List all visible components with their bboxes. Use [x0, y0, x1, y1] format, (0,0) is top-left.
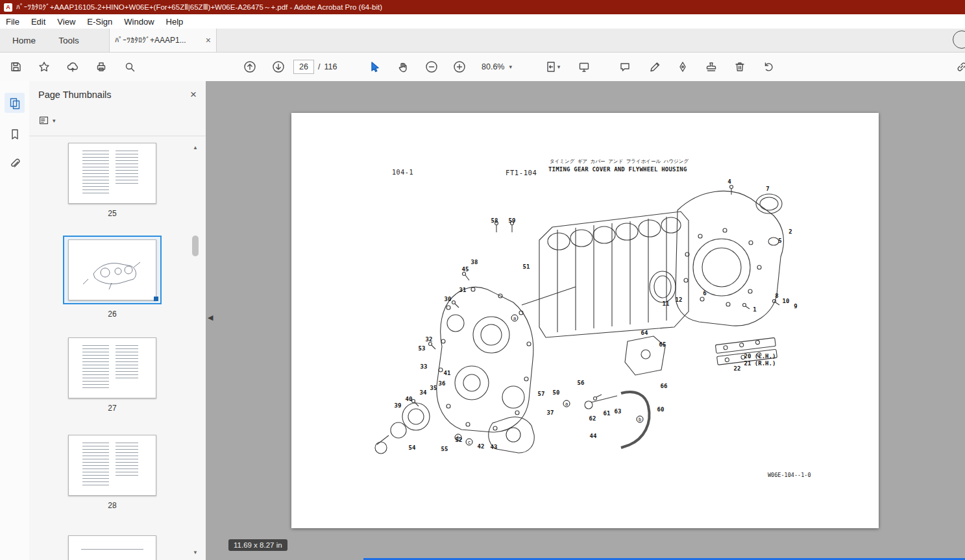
- callout-a: a: [511, 315, 519, 322]
- callout-20 (L.H.): 20 (L.H.): [744, 353, 776, 359]
- tab-tools[interactable]: Tools: [48, 29, 90, 52]
- figure-code: FT1-104: [506, 169, 537, 177]
- scroll-down-icon[interactable]: ▼: [190, 548, 201, 557]
- callout-34: 34: [420, 389, 427, 396]
- zoom-in-button[interactable]: [449, 56, 470, 77]
- menu-edit[interactable]: Edit: [25, 14, 51, 29]
- callout-44: 44: [590, 433, 597, 439]
- page-number-input[interactable]: 26: [293, 60, 314, 74]
- callout-7: 7: [766, 186, 769, 192]
- favorite-button[interactable]: [34, 56, 55, 77]
- tab-bar: Home Tools ﾊﾟｰﾂｶﾀﾛｸﾞ+AAAP1... ×: [0, 29, 965, 53]
- callout-58: 58: [491, 217, 498, 224]
- acrobat-app-icon: A: [4, 3, 12, 12]
- link-button[interactable]: [951, 56, 965, 77]
- thumbnail-page-27[interactable]: 27: [29, 337, 195, 413]
- callout-5: 5: [778, 237, 781, 244]
- selection-grip[interactable]: [154, 297, 158, 301]
- next-page-button[interactable]: [268, 56, 289, 77]
- thumbnails-icon: [8, 97, 21, 110]
- panel-close-icon[interactable]: ×: [190, 88, 197, 101]
- menu-esign[interactable]: E-Sign: [81, 14, 118, 29]
- rotate-ccw-icon: [762, 60, 775, 73]
- thumbnail-page-29-partial[interactable]: [29, 535, 195, 560]
- arrow-up-circle-icon: [243, 60, 256, 73]
- scroll-up-icon[interactable]: ▲: [190, 143, 201, 152]
- callout-65: 65: [659, 341, 666, 348]
- options-list-icon: [38, 115, 49, 126]
- menu-file[interactable]: File: [0, 14, 25, 29]
- page-thumbnails-rail-button[interactable]: [5, 93, 25, 113]
- bookmarks-rail-button[interactable]: [5, 124, 25, 144]
- tab-document[interactable]: ﾊﾟｰﾂｶﾀﾛｸﾞ+AAAP1... ×: [109, 29, 217, 52]
- cursor-icon: [368, 60, 381, 73]
- page-thumbnails-panel: Page Thumbnails × ▾ 25: [29, 81, 206, 560]
- zoom-level-dropdown[interactable]: 80.6% ▾: [482, 53, 512, 81]
- mini-diagram: [69, 240, 156, 300]
- stamp-button[interactable]: [701, 56, 722, 77]
- callout-41: 41: [444, 370, 451, 376]
- highlight-button[interactable]: [644, 56, 665, 77]
- menu-window[interactable]: Window: [118, 14, 160, 29]
- stamp-icon: [705, 60, 718, 73]
- attachments-rail-button[interactable]: [5, 154, 25, 174]
- main-toolbar: 26 / 116 80.6% ▾ ▾: [0, 53, 965, 82]
- page-fit-icon: [544, 60, 557, 73]
- callout-4: 4: [727, 178, 731, 185]
- callout-a: a: [563, 400, 570, 408]
- menu-help[interactable]: Help: [160, 14, 189, 29]
- plus-circle-icon: [453, 60, 466, 73]
- previous-page-button[interactable]: [239, 56, 260, 77]
- callout-b: b: [455, 434, 462, 441]
- presentation-mode-button[interactable]: [574, 56, 594, 77]
- thumbnail-page-28[interactable]: 28: [29, 435, 195, 510]
- print-button[interactable]: [91, 56, 112, 77]
- tab-home[interactable]: Home: [0, 29, 48, 52]
- rotate-pages-button[interactable]: [758, 56, 779, 77]
- callout-11: 11: [663, 300, 670, 307]
- thumbnail-options-button[interactable]: ▾: [38, 115, 56, 126]
- zoom-out-button[interactable]: [421, 56, 442, 77]
- pdf-page: 104-1 FT1-104 タイミング ギア カバー アンド フライホイール ハ…: [291, 113, 879, 528]
- fill-sign-button[interactable]: [672, 56, 693, 77]
- hand-icon: [397, 60, 409, 73]
- callout-63: 63: [615, 408, 622, 415]
- panel-header: Page Thumbnails ×: [29, 81, 206, 108]
- share-button[interactable]: [62, 56, 83, 77]
- select-tool-button[interactable]: [364, 56, 385, 77]
- search-icon[interactable]: [953, 30, 965, 49]
- bookmark-icon: [8, 128, 21, 141]
- callout-57: 57: [538, 391, 545, 397]
- comment-button[interactable]: [615, 56, 635, 77]
- find-button[interactable]: [119, 56, 140, 77]
- title-bar: A ﾊﾟｰﾂｶﾀﾛｸﾞ+AAAP16105-2+HINO+W06E+(For+6…: [0, 0, 965, 14]
- panel-collapse-icon[interactable]: ◀: [208, 313, 213, 322]
- scrollbar-thumb[interactable]: [192, 236, 199, 256]
- callout-35: 35: [430, 385, 437, 391]
- page-display-button[interactable]: ▾: [539, 56, 566, 77]
- cloud-upload-icon: [66, 60, 79, 73]
- thumbnail-image: [68, 535, 156, 560]
- arrow-down-circle-icon: [272, 60, 285, 73]
- callout-39: 39: [395, 402, 402, 409]
- thumbnail-scrollbar[interactable]: ▲ ▼: [190, 143, 201, 557]
- callout-60: 60: [657, 406, 665, 413]
- menu-view[interactable]: View: [51, 14, 81, 29]
- delete-pages-button[interactable]: [729, 56, 750, 77]
- parts-diagram-art: [291, 113, 879, 528]
- comment-bubble-icon: [618, 60, 631, 73]
- zoom-level-value: 80.6%: [482, 62, 504, 71]
- tab-close-icon[interactable]: ×: [201, 35, 211, 45]
- chevron-down-icon: ▾: [509, 64, 512, 70]
- callout-37: 37: [547, 409, 554, 416]
- callout-36: 36: [439, 380, 446, 387]
- callout-42: 42: [478, 443, 485, 450]
- figure-title-english: TIMING GEAR COVER AND FLYWHEEL HOUSING: [548, 166, 687, 173]
- document-viewer: ◀: [206, 81, 965, 560]
- save-button[interactable]: [5, 56, 26, 77]
- thumbnail-page-25[interactable]: 25: [29, 143, 195, 218]
- tab-document-label: ﾊﾟｰﾂｶﾀﾛｸﾞ+AAAP1...: [115, 36, 186, 45]
- printer-icon: [95, 60, 108, 73]
- hand-tool-button[interactable]: [393, 56, 413, 77]
- thumbnail-page-26-selected[interactable]: 26: [29, 236, 195, 319]
